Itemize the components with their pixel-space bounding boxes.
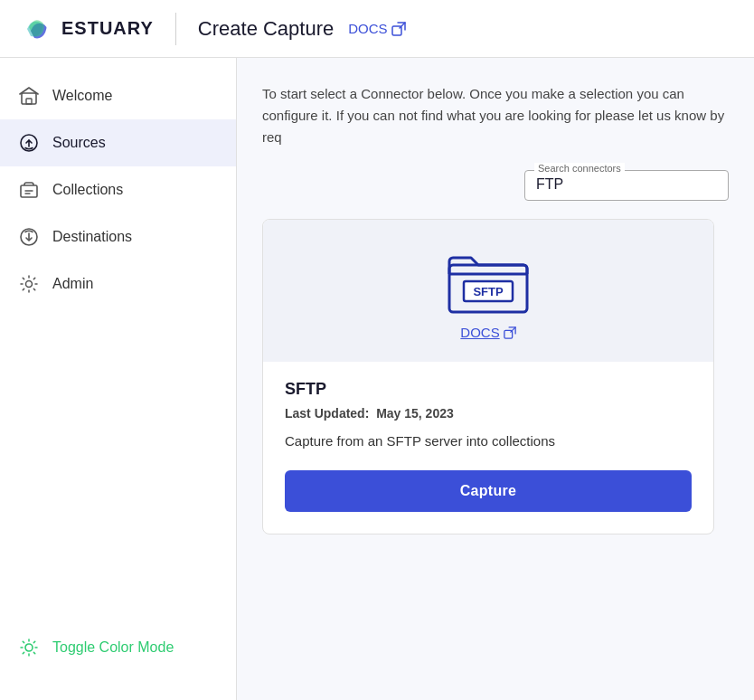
search-field: Search connectors bbox=[524, 170, 729, 201]
svg-rect-2 bbox=[26, 99, 32, 104]
main-layout: Welcome Sources Collectio bbox=[0, 58, 754, 700]
upload-icon bbox=[18, 132, 40, 154]
sidebar-item-label: Admin bbox=[52, 276, 93, 292]
connector-card-preview: SFTP DOCS bbox=[263, 220, 713, 362]
svg-text:SFTP: SFTP bbox=[473, 285, 504, 298]
docs-label: DOCS bbox=[348, 21, 387, 36]
estuary-logo-icon bbox=[22, 13, 54, 45]
connector-docs-label: DOCS bbox=[460, 325, 499, 340]
logo-area: ESTUARY bbox=[22, 13, 154, 45]
page-title: Create Capture bbox=[198, 17, 334, 41]
collections-icon bbox=[18, 179, 40, 201]
connector-card-body: SFTP Last Updated: May 15, 2023 Capture … bbox=[263, 362, 713, 534]
search-container: Search connectors bbox=[262, 170, 729, 201]
capture-button[interactable]: Capture bbox=[285, 470, 692, 512]
last-updated-value: May 15, 2023 bbox=[376, 406, 454, 421]
connector-card: SFTP DOCS SFTP Last Updated: May 15, 202… bbox=[262, 219, 714, 534]
sidebar-item-toggle-color-mode[interactable]: Toggle Color Mode bbox=[0, 624, 236, 671]
sidebar-item-label: Collections bbox=[52, 182, 123, 198]
intro-text: To start select a Connector below. Once … bbox=[262, 83, 729, 148]
destinations-icon bbox=[18, 226, 40, 248]
svg-point-7 bbox=[25, 644, 33, 651]
sftp-folder-icon: SFTP bbox=[448, 249, 529, 314]
sidebar-item-welcome[interactable]: Welcome bbox=[0, 72, 236, 119]
last-updated-label: Last Updated: bbox=[285, 406, 369, 421]
sidebar-bottom: Toggle Color Mode bbox=[0, 610, 236, 686]
sidebar-spacer bbox=[0, 307, 236, 610]
main-content: To start select a Connector below. Once … bbox=[237, 58, 754, 700]
gear-icon bbox=[18, 273, 40, 295]
sidebar-item-collections[interactable]: Collections bbox=[0, 166, 236, 213]
sidebar-item-admin[interactable]: Admin bbox=[0, 260, 236, 307]
sidebar-item-destinations[interactable]: Destinations bbox=[0, 213, 236, 260]
sidebar-item-label: Toggle Color Mode bbox=[52, 639, 174, 656]
search-label: Search connectors bbox=[534, 163, 625, 174]
sidebar-item-label: Welcome bbox=[52, 88, 112, 104]
external-link-icon-card bbox=[504, 326, 516, 339]
sidebar-item-label: Sources bbox=[52, 135, 106, 151]
sidebar: Welcome Sources Collectio bbox=[0, 58, 237, 700]
header-divider bbox=[175, 13, 176, 45]
connector-description: Capture from an SFTP server into collect… bbox=[285, 431, 692, 452]
logo-text: ESTUARY bbox=[61, 18, 154, 39]
sun-icon bbox=[18, 637, 40, 658]
search-input[interactable] bbox=[536, 176, 717, 193]
sidebar-item-label: Destinations bbox=[52, 229, 132, 245]
external-link-icon bbox=[391, 22, 406, 36]
home-icon bbox=[18, 85, 40, 107]
connector-docs-link[interactable]: DOCS bbox=[460, 325, 515, 340]
sidebar-item-sources[interactable]: Sources bbox=[0, 119, 236, 166]
connector-updated: Last Updated: May 15, 2023 bbox=[285, 406, 692, 421]
header-docs-link[interactable]: DOCS bbox=[348, 21, 405, 36]
app-header: ESTUARY Create Capture DOCS bbox=[0, 0, 754, 58]
svg-point-6 bbox=[26, 281, 33, 288]
connector-name: SFTP bbox=[285, 380, 692, 399]
